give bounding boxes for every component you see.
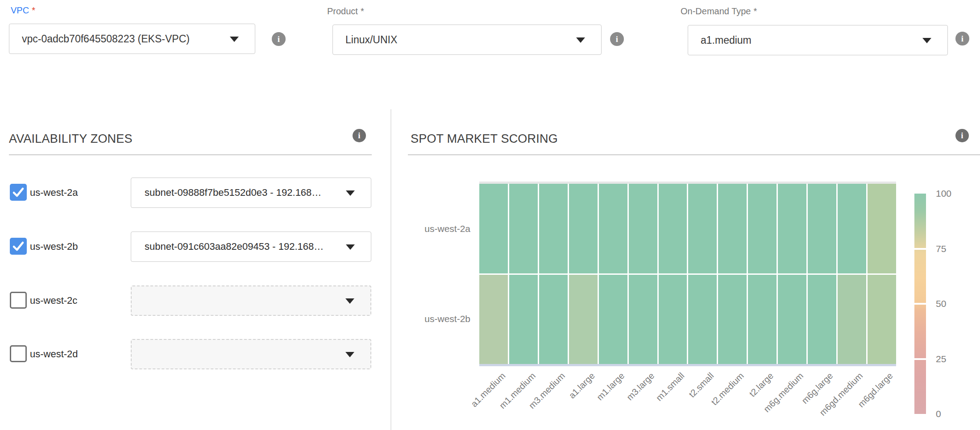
colorbar-tick-label: 75 (936, 244, 946, 254)
vpc-select[interactable]: vpc-0adcb70f645508223 (EKS-VPC) (9, 24, 255, 54)
spot-market-scoring-rule (408, 154, 980, 155)
product-select[interactable]: Linux/UNIX (332, 25, 602, 55)
heatmap-cell[interactable] (838, 184, 866, 273)
heatmap-x-label: t2.small (687, 371, 716, 400)
check-icon (10, 184, 27, 201)
heatmap-x-label: a1.large (567, 371, 597, 401)
az-label: us-west-2a (30, 187, 78, 198)
colorbar-gap (914, 303, 926, 305)
caret-down-icon (576, 37, 585, 43)
heatmap-x-label: m1.large (595, 371, 627, 402)
vpc-select-value: vpc-0adcb70f645508223 (EKS-VPC) (22, 33, 190, 45)
heatmap-cell[interactable] (509, 184, 538, 273)
required-asterisk: * (361, 6, 364, 16)
heatmap-cell[interactable] (688, 275, 717, 364)
heatmap-cell[interactable] (569, 275, 598, 364)
heatmap-cell[interactable] (838, 275, 866, 364)
heatmap-cell[interactable] (569, 184, 598, 273)
check-icon (10, 238, 27, 255)
product-info-icon[interactable]: i (610, 32, 624, 46)
heatmap-cell[interactable] (479, 275, 508, 364)
product-label: Product* (327, 6, 364, 17)
heatmap-cell[interactable] (778, 184, 806, 273)
heatmap-cell[interactable] (718, 275, 747, 364)
az-row: us-west-2b subnet-091c603aa82e09453 - 19… (10, 232, 372, 262)
colorbar-tick-label: 100 (936, 188, 951, 199)
subnet-select-us-west-2a[interactable]: subnet-09888f7be5152d0e3 - 192.168… (131, 178, 371, 208)
heatmap-colorbar (914, 194, 926, 414)
heatmap-cell[interactable] (659, 275, 687, 364)
heatmap-cell[interactable] (688, 184, 717, 273)
on-demand-type-info-icon[interactable]: i (955, 32, 969, 45)
heatmap-axis-strip (479, 364, 896, 366)
colorbar-gap (914, 358, 926, 360)
on-demand-type-label: On-Demand Type* (681, 6, 757, 17)
vpc-label: VPC* (11, 5, 35, 16)
required-asterisk: * (32, 5, 35, 15)
caret-down-icon (345, 298, 354, 304)
heatmap-x-label: t2.medium (709, 371, 746, 407)
heatmap-cell[interactable] (808, 184, 836, 273)
heatmap-cell[interactable] (599, 184, 627, 273)
heatmap-cell[interactable] (659, 184, 687, 273)
availability-zones-title: AVAILABILITY ZONES (9, 132, 133, 146)
az-label: us-west-2d (30, 348, 78, 360)
availability-zones-info-icon[interactable]: i (353, 129, 366, 142)
subnet-select-value: subnet-09888f7be5152d0e3 - 192.168… (145, 187, 321, 198)
heatmap-cell[interactable] (509, 275, 538, 364)
caret-down-icon (922, 38, 931, 43)
caret-down-icon (346, 190, 355, 196)
heatmap-y-label: us-west-2b (403, 314, 470, 324)
panel-divider (390, 109, 391, 430)
on-demand-type-select[interactable]: a1.medium (688, 25, 948, 55)
heatmap-x-label: m1.small (654, 371, 686, 403)
caret-down-icon (230, 37, 239, 42)
heatmap-cell[interactable] (748, 184, 777, 273)
subnet-select-value: subnet-091c603aa82e09453 - 192.168… (145, 241, 324, 252)
heatmap-cell[interactable] (868, 184, 896, 273)
heatmap-cell[interactable] (748, 275, 777, 364)
heatmap-cell[interactable] (868, 275, 896, 364)
az-row: us-west-2a subnet-09888f7be5152d0e3 - 19… (10, 178, 372, 208)
vpc-info-icon[interactable]: i (272, 32, 286, 46)
spot-market-heatmap (479, 182, 896, 366)
az-label: us-west-2b (30, 241, 78, 252)
subnet-select-us-west-2b[interactable]: subnet-091c603aa82e09453 - 192.168… (131, 232, 371, 262)
heatmap-cell[interactable] (808, 275, 836, 364)
caret-down-icon (345, 352, 354, 357)
caret-down-icon (346, 244, 355, 250)
heatmap-cell[interactable] (539, 275, 568, 364)
colorbar-tick-label: 50 (936, 298, 946, 309)
heatmap-cell[interactable] (599, 275, 627, 364)
az-checkbox-us-west-2d[interactable] (10, 345, 27, 362)
spot-market-scoring-info-icon[interactable]: i (955, 129, 969, 142)
colorbar-tick-label: 0 (936, 409, 941, 419)
availability-zones-rule (9, 154, 372, 155)
subnet-select-us-west-2d[interactable] (131, 339, 371, 369)
spot-market-scoring-title: SPOT MARKET SCORING (411, 132, 558, 146)
az-checkbox-us-west-2c[interactable] (10, 292, 27, 309)
heatmap-cell[interactable] (629, 275, 657, 364)
heatmap-cell[interactable] (629, 184, 657, 273)
required-asterisk: * (754, 6, 757, 16)
heatmap-x-label: t2.large (747, 371, 776, 399)
heatmap-cell[interactable] (539, 184, 568, 273)
heatmap-cell[interactable] (479, 184, 508, 273)
product-select-value: Linux/UNIX (345, 34, 397, 46)
colorbar-gap (914, 248, 926, 250)
az-label: us-west-2c (30, 295, 77, 306)
heatmap-cell[interactable] (778, 275, 806, 364)
az-checkbox-us-west-2b[interactable] (10, 238, 27, 255)
colorbar-tick-label: 25 (936, 354, 946, 364)
on-demand-type-select-value: a1.medium (701, 34, 752, 46)
heatmap-x-label: m3.large (625, 371, 656, 402)
az-row: us-west-2d (10, 339, 372, 369)
subnet-select-us-west-2c[interactable] (131, 285, 371, 316)
az-row: us-west-2c (10, 285, 372, 316)
heatmap-y-label: us-west-2a (403, 223, 470, 234)
heatmap-grid (479, 184, 896, 364)
heatmap-cell[interactable] (718, 184, 747, 273)
az-checkbox-us-west-2a[interactable] (10, 184, 27, 201)
